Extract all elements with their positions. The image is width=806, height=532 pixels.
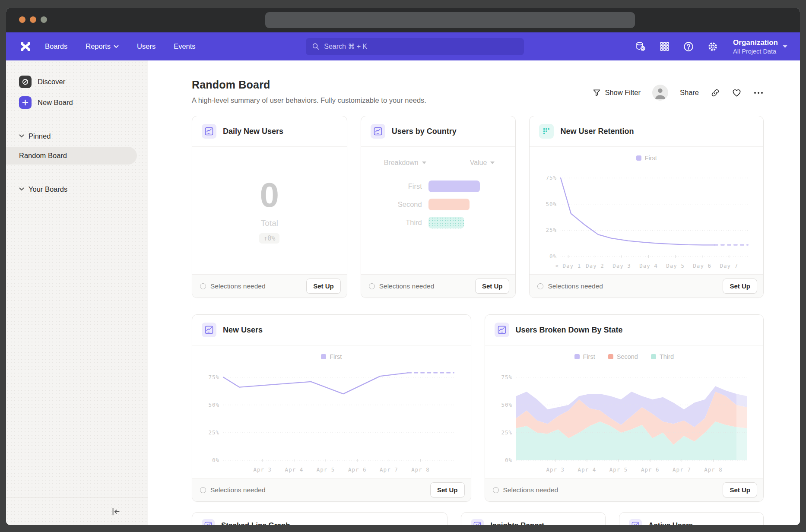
retention-grid-icon [539, 124, 554, 139]
svg-text:75%: 75% [546, 174, 557, 181]
chart-legend: First Second Third [494, 350, 755, 361]
browser-window: Boards Reports Users Events [6, 8, 800, 525]
svg-text:Apr 8: Apr 8 [411, 466, 430, 473]
card-title: Daily New Users [223, 127, 283, 136]
sidebar-section-your-boards[interactable]: Your Boards [6, 183, 148, 196]
page-subtitle: A high-level summary of user behaviors. … [192, 96, 593, 104]
search-bar[interactable] [306, 38, 524, 55]
discover-compass-icon [19, 76, 32, 88]
nav-menu: Boards Reports Users Events [45, 42, 196, 51]
card-new-user-retention: New User Retention First 75%50%25%0%< Da… [529, 116, 764, 298]
new-users-chart: 75%50%25%0%Apr 3Apr 4Apr 5Apr 6Apr 7Apr … [201, 361, 462, 476]
svg-text:Day 2: Day 2 [586, 263, 605, 269]
bar-label: Third [361, 218, 428, 227]
sidebar-item-random-board[interactable]: Random Board [6, 147, 137, 165]
legend-item-first: First [321, 353, 342, 360]
help-icon[interactable] [683, 41, 694, 52]
svg-text:50%: 50% [208, 402, 219, 408]
settings-gear-icon[interactable] [707, 41, 718, 52]
address-bar[interactable] [265, 12, 635, 28]
apps-grid-icon[interactable] [659, 41, 670, 52]
value-dropdown[interactable]: Value [449, 159, 516, 167]
show-filter-button[interactable]: Show Filter [593, 89, 641, 97]
status-circle-icon [537, 283, 543, 289]
svg-text:Apr 8: Apr 8 [704, 466, 723, 473]
set-up-button[interactable]: Set Up [306, 279, 341, 294]
collapse-sidebar-icon[interactable] [110, 506, 121, 517]
nav-item-boards[interactable]: Boards [45, 42, 67, 51]
window-titlebar [6, 8, 800, 32]
breakdown-dropdown[interactable]: Breakdown [361, 159, 449, 167]
chevron-down-icon [19, 187, 24, 191]
svg-text:Day 5: Day 5 [666, 263, 685, 269]
bar-third [428, 217, 464, 228]
card-title: Users by Country [392, 127, 457, 136]
filter-funnel-icon [593, 89, 601, 97]
card-active-users: Active Users [619, 512, 764, 525]
legend-item-first: First [636, 155, 657, 162]
search-icon [312, 42, 320, 51]
set-up-button[interactable]: Set Up [723, 279, 757, 294]
section-label: Your Boards [29, 185, 67, 193]
svg-text:Apr 7: Apr 7 [673, 466, 691, 473]
line-chart-icon [629, 519, 642, 525]
status-selections-needed: Selections needed [493, 486, 723, 494]
svg-text:50%: 50% [501, 402, 512, 408]
nav-item-reports[interactable]: Reports [86, 42, 119, 51]
line-chart-icon [495, 323, 509, 337]
chevron-down-icon [19, 134, 24, 138]
svg-text:75%: 75% [501, 374, 512, 380]
sidebar-section-pinned[interactable]: Pinned [6, 130, 148, 142]
svg-text:Apr 7: Apr 7 [380, 466, 398, 473]
sidebar-item-label: New Board [38, 98, 73, 107]
share-button[interactable]: Share [680, 89, 699, 97]
svg-text:0%: 0% [505, 457, 512, 463]
card-title: Users Broken Down By State [516, 326, 623, 335]
line-chart-icon [202, 124, 216, 139]
window-close-button[interactable] [19, 16, 25, 23]
window-zoom-button[interactable] [41, 16, 47, 23]
status-circle-icon [369, 283, 375, 289]
favorite-button[interactable] [732, 88, 742, 98]
sidebar-item-label: Discover [38, 78, 65, 86]
kpi-body: 0 Total ↑0% [192, 147, 347, 274]
org-name: Organization [733, 38, 778, 47]
svg-text:< Day 1: < Day 1 [555, 263, 581, 269]
data-management-icon[interactable] [635, 41, 646, 52]
kpi-label: Total [261, 218, 278, 228]
line-chart-icon [471, 519, 484, 525]
nav-item-events[interactable]: Events [174, 42, 195, 51]
more-options-button[interactable] [753, 91, 764, 95]
board-actions: Show Filter Share [593, 79, 764, 101]
svg-text:Apr 3: Apr 3 [546, 466, 565, 473]
link-icon [711, 88, 720, 98]
set-up-button[interactable]: Set Up [475, 279, 510, 294]
org-switcher[interactable]: Organization All Project Data [733, 38, 788, 55]
nav-item-users[interactable]: Users [137, 42, 155, 51]
sidebar-item-new-board[interactable]: New Board [6, 93, 148, 111]
new-board-plus-icon [19, 96, 32, 109]
window-minimize-button[interactable] [30, 16, 36, 23]
sidebar-footer [6, 497, 148, 525]
nav-right-cluster: Organization All Project Data [635, 38, 788, 55]
mixpanel-logo-icon[interactable] [18, 39, 33, 54]
kpi-value: 0 [260, 178, 279, 212]
search-input[interactable] [324, 43, 518, 51]
chart-legend: First [201, 350, 462, 361]
avatar[interactable] [652, 85, 668, 101]
card-title: Stacked Line Graph [221, 521, 290, 525]
desktop-background: Boards Reports Users Events [0, 0, 806, 532]
sidebar-item-discover[interactable]: Discover [6, 73, 148, 91]
card-title: Active Users [648, 521, 693, 525]
org-project: All Project Data [733, 48, 778, 55]
chart-legend: First [538, 151, 755, 162]
app-navbar: Boards Reports Users Events [6, 32, 800, 60]
set-up-button[interactable]: Set Up [723, 482, 757, 497]
svg-text:0%: 0% [549, 253, 557, 260]
bar-row: Third [361, 217, 516, 228]
section-label: Pinned [29, 132, 51, 140]
set-up-button[interactable]: Set Up [430, 482, 465, 497]
copy-link-button[interactable] [711, 88, 720, 98]
card-users-by-state: Users Broken Down By State First Second … [485, 314, 764, 502]
bar-first [428, 180, 480, 192]
